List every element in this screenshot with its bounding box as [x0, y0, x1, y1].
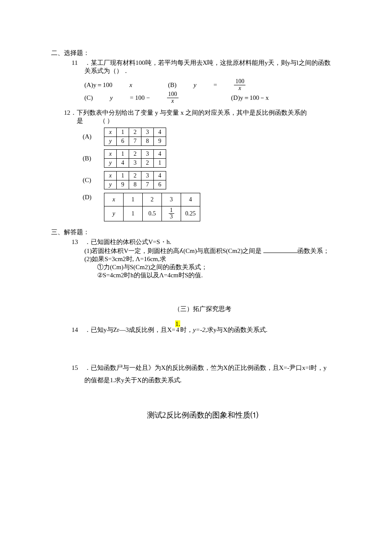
q12-option-a: (A) x 1 2 3 4 y 6 7 8 9: [77, 127, 354, 147]
q11-number: 11: [72, 59, 84, 67]
section-3-header: 三、解答题：: [51, 228, 354, 236]
q11-line2: 关系式为（）．: [72, 67, 354, 75]
q14-highlight: 1.: [175, 320, 180, 327]
q15-number: 15: [72, 364, 84, 372]
q12-table-d: x 1 2 3 4 y 1 0.5 13 0.25: [104, 193, 200, 221]
q12-table-c: x 1 2 3 4 y 9 8 7 6: [104, 171, 166, 189]
q12-table-b: x 1 2 3 4 y 4 3 2 1: [104, 149, 166, 168]
q13-p2b: ②S=4cm2时h的值以及Λ=4cm时S的值.: [72, 271, 354, 279]
q15-line2: 的值都是1.求y关于X的函数关系式.: [72, 376, 354, 384]
question-11: 11．某工厂现有材料100吨，若平均每天用去X吨，这批原材料能用y天，则y与l之…: [72, 59, 354, 105]
q11-options: (A)y＝100x (B) y = 100x (C) y = 100 − 100…: [84, 78, 354, 105]
q13-p2a: ①力(Cm)与S(Cm2)之间的函数关系式；: [72, 263, 354, 271]
question-13: 13．已知圆柱的体积公式V=S・h. (1)若圆柱体积V一定，则圆柱的高ʎ(Cm…: [72, 238, 354, 279]
q12-number: 12．: [64, 109, 77, 116]
question-15: 15．已知函数尸与一处且》为X的反比例函数，竺为X的正比例函数，且X=-尹口x=…: [72, 364, 354, 384]
q11-opt-c: (C) y = 100 − 100x: [84, 91, 213, 104]
q11-opt-a: (A)y＝100x: [84, 81, 150, 89]
next-test-title: 测试2反比例函数的图象和性质⑴: [51, 410, 354, 420]
q12-line1: 下列数表中分别给出了变量 y 与变量 x 之间的对应关系，其中是反比例函数关系的: [77, 109, 307, 116]
q11-line1: ．某工厂现有材料100吨，若平均每天用去X吨，这批原材料能用y天，则y与l之间的…: [84, 59, 331, 66]
fill-blank[interactable]: [263, 246, 297, 253]
question-14: 14．已知y与Zr—3成反比例，且X=1.4时，y=-2,求y与X的函数关系式.: [72, 321, 354, 334]
q14-number: 14: [72, 326, 84, 334]
question-12: 12．下列数表中分别给出了变量 y 与变量 x 之间的对应关系，其中是反比例函数…: [64, 109, 354, 222]
q12-table-a: x 1 2 3 4 y 6 7 8 9: [104, 128, 166, 146]
q13-p1a: (1)若圆柱体积V一定，则圆柱的高ʎ(Cm)与底面积S(Cm2)之间是: [84, 247, 263, 254]
q13-number: 13: [72, 238, 84, 246]
q12-option-c: (C) x 1 2 3 4 y 9 8 7 6: [77, 170, 354, 190]
q12-paren: （ ）: [99, 117, 114, 124]
q12-line2: 是: [77, 117, 83, 124]
q14-under: 4: [175, 327, 180, 333]
q12-option-d: (D) x 1 2 3 4 y 1 0.5 13: [77, 192, 354, 222]
q13-p2: (2)如果S=3cm2时, Λ=16cm,求: [72, 255, 354, 263]
q13-lead: ．已知圆柱的体积公式V=S・h.: [84, 238, 171, 245]
q14-t2: 时，: [180, 326, 193, 333]
q11-opt-d: (D)y＝100－x: [231, 94, 268, 102]
section-2-header: 二、选择题：: [51, 49, 354, 57]
q15-line1: ．已知函数尸与一处且》为X的反比例函数，竺为X的正比例函数，且X=-尹口x=l时…: [84, 364, 327, 371]
q11-opt-b: (B) y = 100x: [168, 78, 280, 91]
subsection-header: （三）拓广探究思考: [51, 305, 354, 313]
q14-t1: ．已知y与Zr—3成反比例，且X=: [84, 326, 175, 333]
q13-p1b: 函数关系；: [297, 247, 329, 254]
q14-t3: 求y与X的函数关系式.: [207, 326, 268, 333]
q12-d-frac: 13: [162, 206, 181, 221]
q12-option-b: (B) x 1 2 3 4 y 4 3 2 1: [77, 148, 354, 169]
q14-yi: y=-2,: [193, 326, 207, 333]
